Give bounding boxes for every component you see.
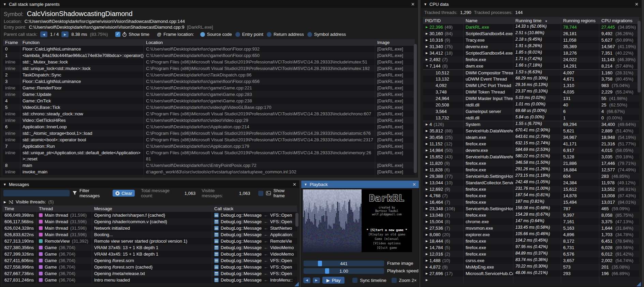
expand-arrow-icon[interactable]: ▶ xyxy=(425,37,429,43)
process-name[interactable]: ntdll.dll xyxy=(463,115,513,121)
expand-arrow-icon[interactable]: ▶ xyxy=(425,24,429,30)
process-name[interactable]: DWM Master Input Threa xyxy=(463,95,513,102)
show-frame-checkbox[interactable] xyxy=(258,191,263,196)
process-pid-cell[interactable]: ▶ 14,984 (50) xyxy=(423,147,463,154)
message-row[interactable]: 626,024,328ns Main thread (31,596) Netwo… xyxy=(2,225,297,231)
cpu-titlebar[interactable]: ▼ CPU data ✕ xyxy=(421,0,641,8)
playback-titlebar[interactable]: ▼ Playback ✕ xyxy=(301,181,419,188)
expand-arrow-icon[interactable]: ▶ xyxy=(425,270,429,277)
message-row[interactable]: 627,411,606ns Game (36,704) Opening /for… xyxy=(2,257,297,264)
image-column-header[interactable]: Image xyxy=(375,39,412,46)
slider-thumb[interactable] xyxy=(318,261,322,266)
expand-arrow-icon[interactable]: ▶ xyxy=(425,264,429,270)
radio-icon[interactable] xyxy=(267,32,272,37)
radio-icon[interactable] xyxy=(235,32,240,37)
expand-arrow-icon[interactable]: ▶ xyxy=(425,244,429,251)
process-name[interactable]: firefox.exe xyxy=(463,167,513,173)
process-name[interactable]: msvsmon.exe xyxy=(463,225,513,231)
process-row[interactable]: ▶ 12,016 (2) firefox.exe 84.89 ms (0.37%… xyxy=(423,251,639,257)
process-row[interactable]: ▶ 30,160 (84) ScriptedSandbox64.exe 2.51… xyxy=(423,30,639,37)
process-row[interactable]: 20,508 ntdll.dll 1.01 ms (0.00%) 40 xyxy=(423,102,639,108)
process-row[interactable]: ▶ 22,396 (49) DarkRL.exe 14.33 s (62.06%… xyxy=(423,24,639,30)
message-callstack[interactable]: DebugLog::Message ← VFS::Open xyxy=(212,212,297,218)
cpu-migrations-column-header[interactable]: CPU migrations xyxy=(599,17,639,24)
process-pid-cell[interactable]: ▶ 13,048 (7) xyxy=(423,212,463,218)
expand-arrow-icon[interactable]: ▶ xyxy=(425,50,429,56)
process-pid-cell[interactable]: ▶ 34,412 (18) xyxy=(423,50,463,56)
sync-timeline-checkbox[interactable] xyxy=(352,278,357,283)
process-pid-cell[interactable]: ▶ 11,152 (12) xyxy=(423,141,463,147)
callstack-list-icon[interactable] xyxy=(214,226,219,230)
message-row[interactable]: 627,558,996ns Game (36,704) Opening /for… xyxy=(2,264,297,270)
expand-arrow-icon[interactable]: ▶ xyxy=(425,231,429,238)
function-name[interactable]: std::unique_ptr<Application,std::default… xyxy=(20,149,144,162)
process-pid-cell[interactable]: ▶ 23,348 (106) xyxy=(423,205,463,212)
process-row[interactable]: ▶ 2,492 (7) firefox.exe 1.71 s (7.42%) 2… xyxy=(423,56,639,63)
frame-image-slider[interactable]: 441 xyxy=(303,260,384,267)
process-pid-cell[interactable]: ▶ 8,080 (20) xyxy=(423,231,463,238)
process-name[interactable]: csrss.exe xyxy=(463,257,513,264)
function-name[interactable]: Game::Update xyxy=(20,91,144,98)
playback-speed-slider[interactable]: 1.00 xyxy=(303,268,384,274)
filter-input[interactable] xyxy=(3,190,70,197)
expand-arrow-icon[interactable]: ▶ xyxy=(425,147,429,154)
process-name[interactable]: firefox.exe xyxy=(463,212,513,218)
process-row[interactable]: ▶ 4,768 (7) firefox.exe 187.54 ms (0.81%… xyxy=(423,192,639,199)
show-time-checkbox[interactable] xyxy=(115,32,120,37)
process-row[interactable]: 3,564 GameInput server 69.68 us (0.00%) … xyxy=(423,108,639,115)
message-row[interactable]: 606,049,398ns Main thread (31,596) Openi… xyxy=(2,212,297,218)
message-callstack[interactable]: DebugLog::Message ← StartNetwo xyxy=(212,225,297,231)
function-name[interactable]: Floor::CalcLightNoLuminance xyxy=(20,78,144,85)
close-icon[interactable]: ✕ xyxy=(293,182,296,187)
process-pid-cell[interactable]: ▶ 27,696 (17) xyxy=(423,270,463,277)
visible-threads-label[interactable]: Visible threads: xyxy=(16,199,46,204)
process-pid-cell[interactable]: 3,564 xyxy=(423,108,463,115)
callstack-row[interactable]: 7 Application::Run C:\Users\wolf\Desktop… xyxy=(3,143,415,149)
process-name[interactable]: firefox.exe xyxy=(463,141,513,147)
callstack-row[interactable]: 6 Application::InnerLoop C:\Users\wolf\D… xyxy=(3,124,415,130)
process-pid-cell[interactable]: ▶ 11,828 (6) xyxy=(423,167,463,173)
process-row[interactable]: ▶ 8,080 (20) explorer.exe 105.66 ms (0.4… xyxy=(423,231,639,238)
callstack-list-icon[interactable] xyxy=(214,278,219,282)
next-frame-button[interactable]: ▶ xyxy=(313,277,320,283)
function-name[interactable]: Floor::CalcLightNoLuminance xyxy=(20,46,144,52)
source-location[interactable]: C:\Users\wolf\Desktop\darkrl\src\Applica… xyxy=(144,143,375,149)
function-name[interactable]: main xyxy=(20,162,144,169)
close-icon[interactable]: ✕ xyxy=(635,2,639,7)
process-row[interactable]: ▶ 30,456 (25) steam.exe 643.61 ms (2.79%… xyxy=(423,134,639,141)
play-button[interactable]: ▶ Play xyxy=(322,277,345,284)
process-row[interactable]: ▶ 1,488 (10) csrss.exe 83.74 ms (0.36%) … xyxy=(423,257,639,264)
function-name[interactable]: <lambda_84a19dc444fae966ca174e83e708bdca… xyxy=(20,52,144,59)
process-name[interactable]: devenv.exe xyxy=(463,147,513,154)
process-row[interactable]: ▶ 27,696 (17) Microsoft.ServiceHub.Co 48… xyxy=(423,270,639,277)
source-location[interactable]: C:\Program Files (x86)\Microsoft Visual … xyxy=(144,130,375,137)
process-row[interactable]: ▶ 15,004 (8) chrome.exe 147 ms (0.64%) 7… xyxy=(423,218,639,225)
process-pid-cell[interactable]: ▶ 10,316 (9) xyxy=(423,37,463,43)
source-location[interactable]: C:\Users\wolf\Desktop\darkrl\src\video\V… xyxy=(144,117,375,124)
collapse-icon[interactable]: ▼ xyxy=(3,2,6,6)
expand-arrow-icon[interactable]: ▶ xyxy=(425,154,429,160)
process-pid-cell[interactable]: ▶ 14,784 (5) xyxy=(423,244,463,251)
callstack-row[interactable]: inline Game::Update C:\Users\wolf\Deskto… xyxy=(3,91,415,98)
callstack-row[interactable]: 4 Game::OnTick C:\Users\wolf\Desktop\dar… xyxy=(3,98,415,104)
collapse-icon[interactable]: ▼ xyxy=(304,183,307,186)
process-name[interactable]: StandardCollector.Servic xyxy=(463,180,513,186)
callstack-row[interactable]: inline invoke_main d:\agent\_work\63\s\s… xyxy=(3,169,415,175)
callstack-titlebar[interactable]: ▼ Call stack sample parents ✕ xyxy=(0,0,418,8)
process-pid-cell[interactable]: ▶ 30,160 (84) xyxy=(423,30,463,37)
source-location[interactable]: C:\Users\wolf\Desktop\darkrl\src\game\Ga… xyxy=(144,98,375,104)
process-row[interactable]: ▶ 14,984 (50) devenv.exe 584.69 ms (2.53… xyxy=(423,147,639,154)
expand-arrow-icon[interactable]: ▶ xyxy=(425,218,429,225)
message-row[interactable]: 627,313,190ns RemoteView (31,392) Remote… xyxy=(2,238,297,244)
function-name[interactable]: Game::RenderFloor xyxy=(20,85,144,91)
zoom-2x-checkbox[interactable] xyxy=(392,278,397,283)
frame-column-header[interactable]: Frame xyxy=(3,39,20,46)
message-row[interactable]: 627,399,326ns Game (36,704) VRAM 43x45: … xyxy=(2,251,297,257)
message-row[interactable]: 606,117,568ns Main thread (31,596) Openi… xyxy=(2,218,297,225)
process-name[interactable]: firefox.exe xyxy=(463,199,513,205)
prev-stack-button[interactable]: ◀ xyxy=(40,31,47,37)
running-time-column-header[interactable]: Running time ▼ xyxy=(513,17,561,24)
message-row[interactable]: 626,833,622ns Main thread (31,596) Booti… xyxy=(2,231,297,238)
function-name[interactable]: Game::OnTick xyxy=(20,98,144,104)
process-pid-cell[interactable]: ▶ 12,692 (9) xyxy=(423,186,463,192)
